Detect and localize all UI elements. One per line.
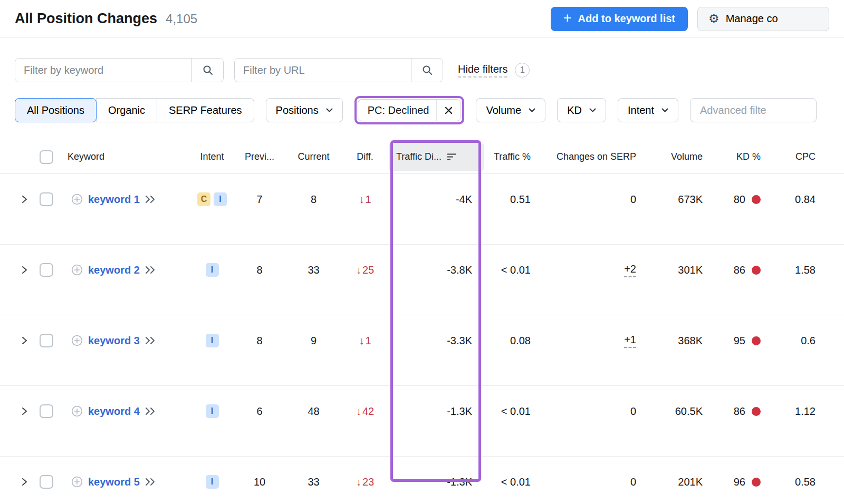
column-header-traffic-pct[interactable]: Traffic % [484, 151, 539, 162]
url-search-button[interactable] [411, 59, 443, 82]
tab-serp-features[interactable]: SERP Features [157, 98, 254, 122]
manage-columns-button[interactable]: ⚙ Manage co [697, 7, 829, 31]
column-header-keyword[interactable]: Keyword [59, 151, 191, 162]
kd-dropdown[interactable]: KD [557, 98, 606, 122]
search-icon [202, 64, 214, 76]
serp-changes-link[interactable]: +2 [624, 263, 636, 277]
current-position: 8 [286, 174, 341, 212]
intent-badge-informational[interactable]: I [206, 263, 219, 277]
add-keyword-to-list-icon[interactable] [71, 405, 83, 418]
keyword-search-button[interactable] [191, 59, 223, 82]
row-checkbox[interactable] [40, 475, 53, 489]
tab-all-positions[interactable]: All Positions [15, 98, 97, 122]
intent-badge-informational[interactable]: I [206, 475, 219, 489]
add-to-keyword-list-label: Add to keyword list [578, 13, 675, 25]
serp-changes-value: +1 [539, 315, 645, 353]
serp-changes-value: 0 [539, 457, 645, 495]
results-count: 4,105 [166, 12, 197, 26]
open-serp-icon[interactable] [145, 266, 156, 274]
serp-changes-value: +2 [539, 245, 645, 283]
keyword-link[interactable]: keyword 3 [88, 335, 140, 347]
kd-percent-value: 95 [711, 315, 771, 353]
select-all-checkbox[interactable] [40, 150, 53, 164]
open-serp-icon[interactable] [145, 336, 156, 345]
row-checkbox[interactable] [40, 404, 53, 418]
column-header-serp-changes[interactable]: Changes on SERP [539, 151, 645, 162]
column-header-intent[interactable]: Intent [191, 151, 233, 162]
keyword-filter-input[interactable] [15, 59, 191, 82]
serp-changes-value: 0 [539, 386, 645, 424]
volume-value: 201K [645, 457, 711, 495]
expand-row-button[interactable] [15, 245, 34, 283]
kd-percent-value: 96 [711, 457, 771, 495]
arrow-down-icon: ↓ [356, 477, 361, 487]
volume-value: 368K [645, 315, 711, 353]
filter-chips-row: All Positions Organic SERP Features Posi… [0, 96, 844, 124]
hide-filters-label: Hide filters [458, 63, 507, 77]
row-checkbox[interactable] [40, 192, 53, 206]
column-header-previous[interactable]: Previ... [233, 151, 286, 162]
previous-position: 8 [233, 315, 286, 353]
table-row: keyword 2 I 8 33 ↓25 -3.8K < 0.01 +2 301… [0, 245, 844, 315]
kd-difficulty-dot [752, 478, 761, 487]
expand-row-button[interactable] [15, 315, 34, 353]
open-serp-icon[interactable] [145, 407, 156, 415]
open-serp-icon[interactable] [145, 195, 156, 203]
advanced-filters-button[interactable]: Advanced filte [690, 98, 817, 122]
intent-badge-informational[interactable]: I [206, 404, 219, 418]
table-header-row: Keyword Intent Previ... Current Diff. Tr… [0, 140, 844, 174]
row-checkbox[interactable] [40, 263, 53, 277]
column-header-current[interactable]: Current [286, 151, 341, 162]
expand-row-button[interactable] [15, 174, 34, 212]
add-keyword-to-list-icon[interactable] [71, 476, 83, 488]
sort-descending-icon[interactable] [447, 153, 456, 161]
pc-declined-filter-chip[interactable]: PC: Declined [358, 99, 462, 121]
kd-dropdown-label: KD [567, 104, 582, 117]
tab-organic[interactable]: Organic [96, 98, 157, 122]
intent-dropdown[interactable]: Intent [618, 98, 678, 122]
intent-badge-commercial[interactable]: C [197, 192, 210, 206]
intent-dropdown-label: Intent [628, 104, 654, 117]
volume-dropdown[interactable]: Volume [476, 98, 545, 122]
chevron-down-icon [326, 108, 333, 113]
pc-declined-filter-label: PC: Declined [358, 104, 437, 117]
intent-badge-informational[interactable]: I [206, 334, 219, 347]
keyword-link[interactable]: keyword 2 [88, 264, 140, 276]
topbar-actions: + Add to keyword list ⚙ Manage co [551, 7, 829, 31]
previous-position: 10 [233, 457, 286, 495]
expand-row-button[interactable] [15, 457, 34, 495]
position-diff: ↓1 [341, 174, 389, 212]
positions-segmented-control: All Positions Organic SERP Features [15, 98, 254, 122]
keyword-link[interactable]: keyword 5 [88, 476, 140, 488]
arrow-down-icon: ↓ [359, 194, 364, 205]
positions-dropdown[interactable]: Positions [266, 98, 343, 122]
hide-filters-link[interactable]: Hide filters 1 [458, 63, 530, 77]
expand-row-button[interactable] [15, 386, 34, 424]
open-serp-icon[interactable] [145, 478, 156, 486]
row-checkbox[interactable] [40, 334, 53, 347]
cpc-value: 0.58 [771, 457, 829, 495]
traffic-diff-value: -3.3K [389, 315, 484, 353]
column-header-cpc[interactable]: CPC [771, 151, 829, 162]
add-keyword-to-list-icon[interactable] [71, 264, 83, 276]
column-header-kd[interactable]: KD % [711, 151, 771, 162]
kd-difficulty-dot [752, 407, 761, 416]
keyword-link[interactable]: keyword 1 [88, 193, 140, 206]
traffic-percent-value: < 0.01 [484, 245, 539, 283]
add-to-keyword-list-button[interactable]: + Add to keyword list [551, 7, 688, 31]
column-header-diff[interactable]: Diff. [341, 151, 389, 162]
table-row: keyword 5 I 10 33 ↓23 -1.3K < 0.01 0 201… [0, 457, 844, 504]
add-keyword-to-list-icon[interactable] [71, 334, 83, 347]
keyword-link[interactable]: keyword 4 [88, 405, 140, 418]
intent-badge-informational[interactable]: I [214, 192, 227, 206]
column-header-traffic-diff[interactable]: Traffic Di... [389, 143, 484, 171]
remove-filter-button[interactable] [436, 100, 461, 121]
cpc-value: 0.6 [771, 315, 829, 353]
url-filter-input[interactable] [235, 59, 411, 82]
volume-value: 673K [645, 174, 711, 212]
traffic-percent-value: 0.08 [484, 315, 539, 353]
position-diff: ↓42 [341, 386, 389, 424]
column-header-volume[interactable]: Volume [645, 151, 711, 162]
add-keyword-to-list-icon[interactable] [71, 193, 83, 206]
serp-changes-link[interactable]: +1 [624, 334, 636, 348]
